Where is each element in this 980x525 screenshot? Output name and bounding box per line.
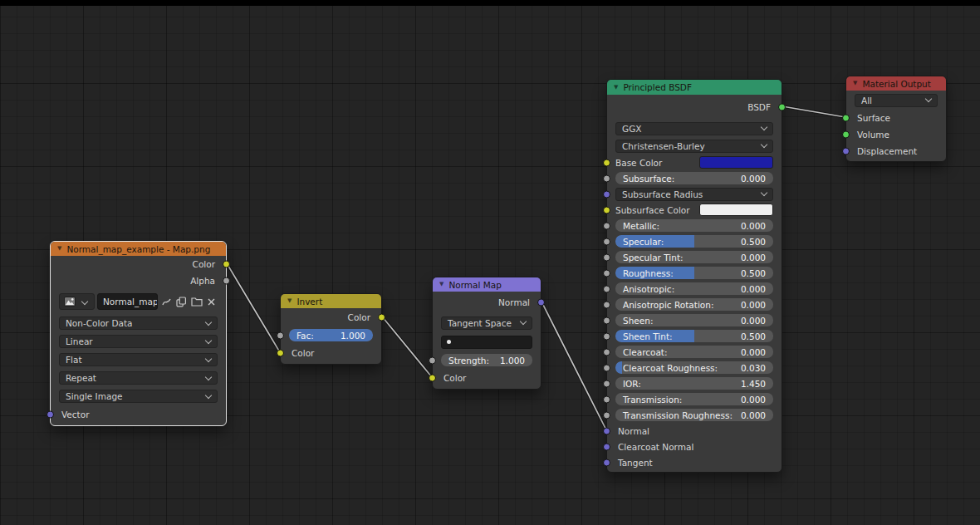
specular-socket[interactable]: [603, 238, 610, 245]
link-icon[interactable]: [160, 295, 173, 308]
anisotropic-socket[interactable]: [603, 285, 610, 292]
dropdown-row: Flat: [51, 351, 226, 369]
linear-dropdown[interactable]: Linear: [59, 335, 218, 348]
node-header[interactable]: ▼Normal Map: [433, 277, 541, 292]
base-color-socket[interactable]: [603, 159, 610, 166]
image-name-field[interactable]: Normal_map_exa..: [97, 293, 158, 310]
ior-slider[interactable]: IOR:1.450: [615, 377, 773, 390]
vector-socket[interactable]: [47, 411, 54, 419]
slider-label: IOR:: [615, 379, 641, 389]
slider-row: Transmission Roughness:0.000: [607, 407, 782, 423]
principled-bsdf-node[interactable]: ▼Principled BSDFBSDFGGXChristensen-Burle…: [606, 79, 782, 473]
collapse-triangle-icon[interactable]: ▼: [614, 85, 618, 91]
bsdf-socket[interactable]: [778, 104, 786, 111]
collapse-triangle-icon[interactable]: ▼: [439, 282, 443, 287]
image-texture-node[interactable]: ▼Normal_map_example - Map.pngColorAlphaN…: [50, 241, 227, 426]
slider-label: Anisotropic Rotation:: [615, 300, 713, 310]
slider-row: Specular Tint:0.000: [607, 249, 782, 265]
slider-row: Sheen:0.000: [607, 312, 782, 328]
slider-label: Roughness:: [615, 268, 674, 278]
color-row: Base Color: [607, 155, 782, 170]
transmission-socket[interactable]: [603, 395, 610, 403]
chevron-down-icon: [205, 318, 212, 325]
shader-node-editor[interactable]: ▼Normal_map_example - Map.pngColorAlphaN…: [0, 0, 980, 525]
subsurface-radius-socket[interactable]: [603, 190, 610, 198]
material-output-node[interactable]: ▼Material OutputAllSurfaceVolumeDisplace…: [845, 76, 947, 162]
slider-row: Anisotropic:0.000: [607, 281, 782, 297]
color-socket[interactable]: [378, 314, 385, 321]
clearcoat-roughness-slider[interactable]: Clearcoat Roughness:0.030: [615, 361, 773, 374]
anisotropic-rotation-socket[interactable]: [603, 301, 610, 308]
christensen-burley-dropdown[interactable]: Christensen-Burley: [615, 140, 773, 153]
all-dropdown[interactable]: All: [855, 94, 938, 107]
ggx-dropdown[interactable]: GGX: [615, 122, 773, 135]
node-header[interactable]: ▼Invert: [281, 294, 381, 308]
fac-slider[interactable]: Fac:1.000: [289, 329, 373, 341]
subsurface-color-swatch[interactable]: [699, 204, 773, 216]
clearcoat-normal-socket[interactable]: [603, 443, 610, 450]
node-link: [541, 302, 606, 430]
strength-slider[interactable]: Strength:1.000: [441, 354, 532, 366]
chevron-down-icon: [925, 96, 932, 102]
volume-socket[interactable]: [842, 131, 850, 139]
subsurface-slider[interactable]: Subsurface:0.000: [615, 172, 773, 184]
tangent-space-dropdown[interactable]: Tangent Space: [441, 316, 532, 330]
normal-socket[interactable]: [603, 427, 610, 434]
color-output-label: Color: [193, 259, 215, 269]
ior-socket[interactable]: [603, 380, 610, 387]
alpha-socket[interactable]: [223, 277, 230, 285]
sheen-tint-slider[interactable]: Sheen Tint:0.500: [615, 330, 773, 342]
clearcoat-roughness-socket[interactable]: [603, 364, 610, 371]
collapse-triangle-icon[interactable]: ▼: [287, 298, 292, 304]
strength-socket[interactable]: [429, 356, 436, 364]
metallic-slider[interactable]: Metallic:0.000: [615, 219, 773, 232]
duplicate-icon[interactable]: [175, 295, 188, 308]
slider-label: Anisotropic:: [615, 284, 674, 294]
image-browse-button[interactable]: [59, 293, 95, 310]
normal-socket[interactable]: [537, 299, 545, 307]
normal-map-node[interactable]: ▼Normal MapNormalTangent SpaceStrength:1…: [432, 277, 541, 390]
anisotropic-rotation-slider[interactable]: Anisotropic Rotation:0.000: [615, 298, 773, 311]
clearcoat-slider[interactable]: Clearcoat:0.000: [615, 346, 773, 358]
subsurface-color-socket[interactable]: [603, 206, 610, 213]
metallic-socket[interactable]: [603, 222, 610, 229]
invert-node[interactable]: ▼InvertColorFac:1.000Color: [280, 293, 382, 365]
clearcoat-socket[interactable]: [603, 348, 610, 356]
unlink-icon[interactable]: [205, 295, 218, 308]
node-header[interactable]: ▼Principled BSDF: [607, 80, 782, 95]
anisotropic-slider[interactable]: Anisotropic:0.000: [615, 282, 773, 295]
specular-tint-socket[interactable]: [603, 253, 610, 261]
subsurface-socket[interactable]: [603, 174, 610, 182]
specular-tint-slider[interactable]: Specular Tint:0.000: [615, 251, 773, 263]
slider-label: Fac:: [289, 331, 314, 341]
transmission-roughness-socket[interactable]: [603, 411, 610, 419]
roughness-socket[interactable]: [603, 269, 610, 277]
color-socket[interactable]: [429, 375, 436, 382]
sheen-socket[interactable]: [603, 316, 610, 324]
collapse-triangle-icon[interactable]: ▼: [853, 81, 857, 86]
transmission-roughness-slider[interactable]: Transmission Roughness:0.000: [615, 409, 773, 421]
transmission-slider[interactable]: Transmission:0.000: [615, 393, 773, 405]
non-color-data-dropdown[interactable]: Non-Color Data: [59, 316, 218, 330]
surface-socket[interactable]: [842, 115, 850, 122]
slider-value: 0.000: [741, 347, 773, 357]
flat-dropdown[interactable]: Flat: [59, 353, 218, 366]
repeat-dropdown[interactable]: Repeat: [59, 371, 218, 385]
specular-slider[interactable]: Specular:0.500: [615, 235, 773, 248]
color-socket[interactable]: [223, 261, 230, 268]
sheen-tint-socket[interactable]: [603, 332, 610, 340]
base-color-swatch[interactable]: [699, 156, 773, 169]
color-socket[interactable]: [277, 350, 284, 357]
node-header[interactable]: ▼Material Output: [846, 76, 946, 91]
single-image-dropdown[interactable]: Single Image: [59, 390, 218, 403]
tangent-socket[interactable]: [603, 459, 610, 466]
subsurface-radius-dropdown[interactable]: Subsurface Radius: [615, 188, 773, 201]
node-header[interactable]: ▼Normal_map_example - Map.png: [51, 242, 226, 256]
displacement-socket[interactable]: [842, 148, 850, 155]
collapse-triangle-icon[interactable]: ▼: [57, 246, 61, 252]
sheen-slider[interactable]: Sheen:0.000: [615, 314, 773, 326]
roughness-slider[interactable]: Roughness:0.500: [615, 267, 773, 279]
open-folder-icon[interactable]: [190, 295, 203, 308]
fac-socket[interactable]: [277, 331, 284, 339]
uv-map-field[interactable]: [441, 336, 532, 349]
